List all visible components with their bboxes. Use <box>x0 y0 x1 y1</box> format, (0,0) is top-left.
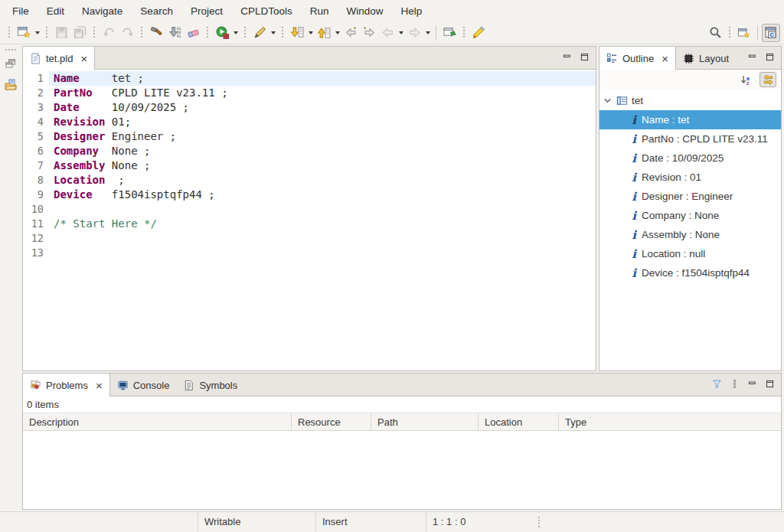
maximize-icon[interactable] <box>765 379 775 391</box>
code-line[interactable] <box>49 202 596 217</box>
line-number[interactable]: 3 <box>23 100 44 115</box>
menu-run[interactable]: Run <box>303 2 336 20</box>
undo-button[interactable] <box>100 24 118 42</box>
toolbar-drag-handle[interactable] <box>8 26 11 39</box>
toolbar-drag-handle[interactable] <box>462 26 466 39</box>
menu-cpldtools[interactable]: CPLDTools <box>234 2 299 20</box>
tab-console[interactable]: Console <box>110 374 177 397</box>
maximize-icon[interactable] <box>580 52 590 64</box>
project-explorer-icon[interactable] <box>2 77 19 93</box>
tab-tet-pld[interactable]: tet.pld× <box>23 47 95 70</box>
next-annotation-button[interactable] <box>288 24 306 42</box>
outline-item[interactable]: iDate : 10/09/2025 <box>599 149 781 168</box>
save-button[interactable] <box>52 24 70 42</box>
toolbar-drag-handle[interactable] <box>140 26 143 39</box>
program-device-button[interactable]: 011001 <box>165 24 184 42</box>
problems-table-body[interactable] <box>23 431 781 509</box>
toolbar-drag-handle[interactable] <box>45 26 48 39</box>
toolbar-drag-handle[interactable] <box>281 26 284 39</box>
build-button[interactable] <box>147 24 165 42</box>
code-line[interactable]: Company None ; <box>49 144 596 158</box>
previous-annotation-dropdown-icon[interactable] <box>333 24 341 42</box>
outline-item[interactable]: iPartNo : CPLD LITE v23.11 <box>599 129 781 149</box>
previous-annotation-button[interactable] <box>315 24 333 42</box>
tab-symbols[interactable]: Symbols <box>176 374 244 397</box>
code-line[interactable]: Revision 01; <box>49 115 596 129</box>
cpld-perspective-button[interactable]: C <box>762 24 780 42</box>
column-header-path[interactable]: Path <box>371 413 479 430</box>
outline-item[interactable]: iLocation : null <box>599 244 781 263</box>
redo-button[interactable] <box>118 24 136 42</box>
line-number[interactable]: 9 <box>23 188 44 202</box>
external-tools-dropdown-icon[interactable] <box>269 24 277 42</box>
line-number[interactable]: 1 <box>23 71 44 86</box>
close-icon[interactable]: × <box>662 53 668 64</box>
code-line[interactable]: Device f1504isptqfp44 ; <box>49 188 596 202</box>
save-all-button[interactable] <box>70 24 89 42</box>
toolbar-drag-handle[interactable] <box>243 26 247 39</box>
back-button[interactable] <box>378 24 397 42</box>
status-drag-handle[interactable] <box>537 516 541 529</box>
run-dropdown-icon[interactable] <box>231 24 240 42</box>
menu-file[interactable]: File <box>5 2 36 20</box>
forward-button[interactable] <box>405 24 423 42</box>
minimize-icon[interactable] <box>562 52 572 64</box>
code-area[interactable]: Name tet ;PartNo CPLD LITE v23.11 ;Date … <box>49 70 596 370</box>
forward-dropdown-icon[interactable] <box>423 24 432 42</box>
external-tools-button[interactable] <box>250 24 269 42</box>
outline-item[interactable]: iRevision : 01 <box>599 168 781 187</box>
menu-search[interactable]: Search <box>133 2 180 20</box>
run-button[interactable] <box>213 24 231 42</box>
code-line[interactable]: Assembly None ; <box>49 158 596 173</box>
code-line[interactable]: Date 10/09/2025 ; <box>49 100 596 115</box>
column-header-description[interactable]: Description <box>23 413 292 430</box>
last-edit-location-button[interactable]: * <box>341 24 360 42</box>
line-number[interactable]: 7 <box>23 158 44 173</box>
line-number[interactable]: 11 <box>23 217 44 231</box>
code-line[interactable]: /* Start Here */ <box>49 217 596 231</box>
menu-window[interactable]: Window <box>339 2 390 20</box>
column-header-type[interactable]: Type <box>559 413 781 430</box>
back-dropdown-icon[interactable] <box>397 24 405 42</box>
code-line[interactable] <box>49 231 596 246</box>
line-number[interactable]: 5 <box>23 129 44 144</box>
new-dropdown-icon[interactable] <box>33 24 41 42</box>
close-icon[interactable]: × <box>96 380 103 391</box>
line-number[interactable]: 12 <box>23 231 44 246</box>
sort-icon[interactable]: az <box>737 72 754 87</box>
mark-occurrences-button[interactable] <box>469 24 488 42</box>
close-icon[interactable]: × <box>80 53 87 64</box>
toolbar-drag-handle[interactable] <box>206 26 209 39</box>
pin-editor-button[interactable] <box>440 24 459 42</box>
minimize-icon[interactable] <box>747 379 757 391</box>
view-menu-icon[interactable] <box>730 379 740 391</box>
tab-outline[interactable]: Outline× <box>599 47 676 70</box>
code-line[interactable]: Designer Engineer ; <box>49 129 596 144</box>
tab-problems[interactable]: Problems× <box>23 374 110 397</box>
menu-help[interactable]: Help <box>394 2 429 20</box>
menu-project[interactable]: Project <box>184 2 230 20</box>
line-number[interactable]: 2 <box>23 86 44 100</box>
link-with-editor-icon[interactable] <box>760 72 776 87</box>
menu-navigate[interactable]: Navigate <box>75 2 129 20</box>
filter-icon[interactable] <box>712 379 722 391</box>
line-number[interactable]: 4 <box>23 115 44 129</box>
search-icon[interactable] <box>706 24 724 42</box>
outline-item[interactable]: iDesigner : Engineer <box>599 187 781 206</box>
column-header-resource[interactable]: Resource <box>292 413 371 430</box>
line-number[interactable]: 6 <box>23 144 44 158</box>
outline-item[interactable]: iName : tet <box>599 110 781 129</box>
erase-button[interactable] <box>184 24 202 42</box>
line-number[interactable]: 10 <box>23 202 44 217</box>
line-number[interactable]: 8 <box>23 173 44 188</box>
code-line[interactable] <box>49 246 596 260</box>
column-header-location[interactable]: Location <box>479 413 559 430</box>
maximize-icon[interactable] <box>765 52 775 64</box>
toolbar-drag-handle[interactable] <box>728 26 731 39</box>
code-line[interactable]: Name tet ; <box>49 71 596 86</box>
next-annotation-dropdown-icon[interactable] <box>306 24 315 42</box>
code-line[interactable]: PartNo CPLD LITE v23.11 ; <box>49 86 596 100</box>
new-wizard-button[interactable] <box>15 24 33 42</box>
outline-item[interactable]: iDevice : f1504isptqfp44 <box>599 263 781 282</box>
restore-view-icon[interactable] <box>2 55 19 72</box>
